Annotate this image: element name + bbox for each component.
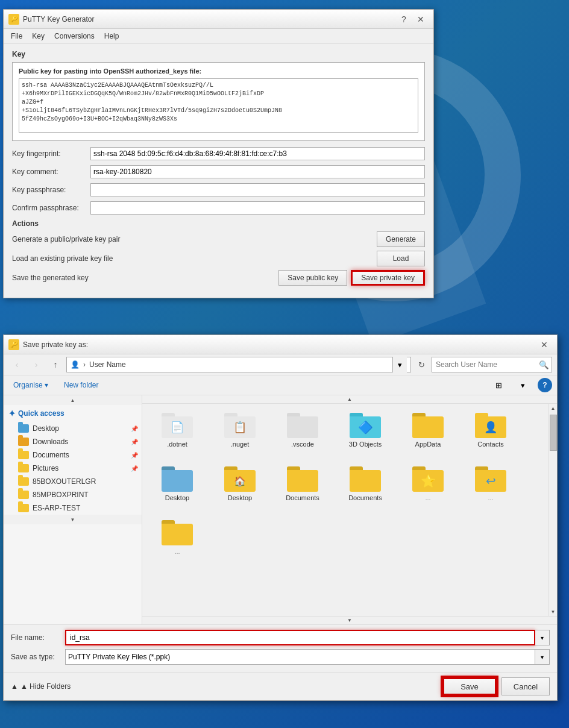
load-button[interactable]: Load xyxy=(377,251,425,266)
command-bar: Organise ▾ New folder ⊞ ▾ ? xyxy=(4,375,557,395)
file-item-appdata[interactable]: AppData xyxy=(398,409,458,460)
filename-bar: File name: ▾ Save as type: ▾ xyxy=(4,624,557,672)
forward-icon: › xyxy=(35,360,38,369)
grid-scroll-down-arrow[interactable]: ▼ xyxy=(549,607,558,616)
generate-button[interactable]: Generate xyxy=(377,231,425,247)
view-toggle-btn[interactable]: ⊞ xyxy=(489,378,508,392)
file-item-vscode[interactable]: .vscode xyxy=(272,409,333,460)
3dobjects-label: 3D Objects xyxy=(349,441,382,448)
nav-back-btn[interactable]: ‹ xyxy=(8,357,25,372)
save-public-key-button[interactable]: Save public key xyxy=(278,270,347,286)
file-item-desktop2[interactable]: 🏠 Desktop xyxy=(210,462,270,513)
grid-scroll-up[interactable]: ▲ xyxy=(142,395,557,404)
save-private-key-button[interactable]: Save private key xyxy=(351,270,425,286)
contacts-folder-icon: 👤 xyxy=(475,413,506,438)
passphrase-input[interactable] xyxy=(90,183,425,196)
sidebar-item-85boxouterlgr[interactable]: 85BOXOUTERLGR xyxy=(4,475,142,488)
file-item-3dobjects[interactable]: 🔷 3D Objects xyxy=(335,409,395,460)
grid-scroll-down[interactable]: ▼ xyxy=(142,616,557,624)
grid-scroll-up-arrow[interactable]: ▲ xyxy=(549,404,558,412)
menu-conversions[interactable]: Conversions xyxy=(49,30,99,42)
putty-close-btn[interactable]: ✕ xyxy=(413,13,429,25)
search-bar: 🔍 xyxy=(432,357,552,372)
desktop-file-label: Desktop xyxy=(165,494,189,502)
save-button[interactable]: Save xyxy=(442,677,497,695)
sidebar-scroll-up[interactable]: ▲ xyxy=(4,395,142,405)
file-item-downloads-partial[interactable]: ⭐ ... xyxy=(398,462,458,513)
desktop-folder-icon-large xyxy=(162,466,193,492)
filename-input[interactable] xyxy=(65,630,535,645)
sidebar-item-85mpboxprint[interactable]: 85MPBOXPRINT xyxy=(4,488,142,501)
public-key-label: Public key for pasting into OpenSSH auth… xyxy=(19,67,418,75)
load-desc: Load an existing private key file xyxy=(12,254,377,263)
file-item-desktop[interactable]: Desktop xyxy=(147,462,207,513)
menu-help[interactable]: Help xyxy=(99,30,124,42)
filetype-input[interactable] xyxy=(65,649,535,665)
quick-access-label: Quick access xyxy=(18,409,64,418)
grid-scroll-up-icon: ▲ xyxy=(347,397,352,402)
view-dropdown-btn[interactable]: ▾ xyxy=(514,378,532,392)
sidebar-item-pictures[interactable]: Pictures 📌 xyxy=(4,462,142,475)
file-item-downloads-partial2[interactable]: ↩ ... xyxy=(461,462,521,513)
file-item-placeholder[interactable]: ... xyxy=(147,516,207,567)
nav-forward-btn[interactable]: › xyxy=(28,357,45,372)
grid-scrollbar-thumb[interactable] xyxy=(550,415,557,451)
downloads-partial2-folder-icon: ↩ xyxy=(475,466,506,492)
file-item-documents[interactable]: Documents xyxy=(272,462,333,513)
placeholder-label: ... xyxy=(174,548,180,556)
search-input[interactable] xyxy=(432,360,536,369)
file-item-documents2[interactable]: Documents xyxy=(335,462,395,513)
documents-folder-icon-large xyxy=(287,466,318,492)
back-icon: ‹ xyxy=(16,360,19,369)
fingerprint-input[interactable] xyxy=(90,147,425,160)
new-folder-label: New folder xyxy=(64,381,98,389)
breadcrumb-dropdown-btn[interactable]: ▾ xyxy=(392,357,407,372)
confirm-label: Confirm passphrase: xyxy=(12,204,90,212)
sidebar-item-es-arp-test[interactable]: ES-ARP-TEST xyxy=(4,501,142,515)
public-key-textarea[interactable]: ssh-rsa AAAAB3NzaC1yc2EAAAABJQAAAQEAtnmT… xyxy=(19,78,418,133)
desktop2-folder-icon: 🏠 xyxy=(224,466,256,492)
filetype-dropdown-btn[interactable]: ▾ xyxy=(535,649,550,665)
scroll-up-icon: ▲ xyxy=(71,398,75,403)
sidebar-item-downloads[interactable]: Downloads 📌 xyxy=(4,435,142,448)
breadcrumb-chevron-down-icon: ▾ xyxy=(398,360,402,369)
organise-button[interactable]: Organise ▾ xyxy=(8,378,53,392)
downloads-partial2-label: ... xyxy=(488,494,493,502)
breadcrumb-user-icon: 👤 xyxy=(71,360,80,369)
filename-dropdown-btn[interactable]: ▾ xyxy=(535,630,550,645)
comment-input[interactable] xyxy=(90,165,425,178)
dotnet-label: .dotnet xyxy=(167,441,187,448)
cancel-button[interactable]: Cancel xyxy=(501,677,550,695)
confirm-passphrase-input[interactable] xyxy=(90,201,425,215)
documents-file-label: Documents xyxy=(286,494,319,502)
file-item-contacts[interactable]: 👤 Contacts xyxy=(461,409,521,460)
menu-file[interactable]: File xyxy=(6,30,27,42)
comment-row: Key comment: xyxy=(12,165,425,178)
up-icon: ↑ xyxy=(54,360,58,369)
nav-refresh-btn[interactable]: ↻ xyxy=(413,357,429,372)
menu-key[interactable]: Key xyxy=(27,30,49,42)
hide-folders-btn[interactable]: ▲ ▲ Hide Folders xyxy=(11,682,438,691)
save-dialog-close-btn[interactable]: ✕ xyxy=(536,339,552,351)
search-button[interactable]: 🔍 xyxy=(536,357,552,372)
dialog-help-btn[interactable]: ? xyxy=(538,378,552,392)
putty-app-icon: 🔑 xyxy=(8,14,19,25)
file-grid-container: ▲ 📄 .dotnet xyxy=(142,395,557,624)
comment-label: Key comment: xyxy=(12,168,90,176)
es-arp-test-label: ES-ARP-TEST xyxy=(33,504,80,512)
sidebar-scroll-down[interactable]: ▼ xyxy=(4,515,142,524)
dialog-body: ▲ ✦ Quick access Desktop 📌 Downloads 📌 xyxy=(4,395,557,624)
nav-up-btn[interactable]: ↑ xyxy=(47,357,64,372)
sidebar-item-documents[interactable]: Documents 📌 xyxy=(4,448,142,462)
sidebar: ▲ ✦ Quick access Desktop 📌 Downloads 📌 xyxy=(4,395,142,624)
desktop2-file-label: Desktop xyxy=(228,494,252,502)
confirm-passphrase-row: Confirm passphrase: xyxy=(12,201,425,215)
es-arp-test-folder-icon xyxy=(18,504,29,512)
contacts-label: Contacts xyxy=(477,441,503,448)
file-item-nuget[interactable]: 📋 .nuget xyxy=(210,409,270,460)
file-item-dotnet[interactable]: 📄 .dotnet xyxy=(147,409,207,460)
putty-help-btn[interactable]: ? xyxy=(396,13,412,25)
new-folder-button[interactable]: New folder xyxy=(59,378,103,392)
sidebar-item-desktop[interactable]: Desktop 📌 xyxy=(4,422,142,435)
sidebar-quick-access-header[interactable]: ✦ Quick access xyxy=(4,405,142,422)
